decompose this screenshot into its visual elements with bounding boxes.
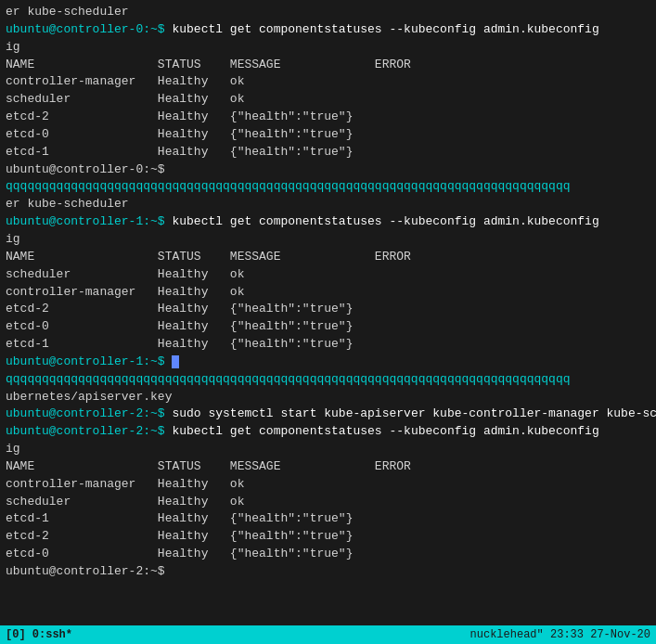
terminal-line: etcd-1 Healthy {"health":"true"} — [6, 510, 650, 528]
terminal-line: scheduler Healthy ok — [6, 266, 650, 284]
terminal-body: er kube-schedulerubuntu@controller-0:~$ … — [0, 0, 656, 625]
terminal-line: ubernetes/apiserver.key — [6, 389, 650, 406]
terminal-line: ubuntu@controller-1:~$ kubectl get compo… — [6, 213, 650, 231]
terminal-line: etcd-1 Healthy {"health":"true"} — [6, 144, 650, 161]
terminal-line: NAME STATUS MESSAGE ERROR — [6, 57, 650, 74]
terminal-line: etcd-0 Healthy {"health":"true"} — [6, 546, 650, 563]
terminal-line: qqqqqqqqqqqqqqqqqqqqqqqqqqqqqqqqqqqqqqqq… — [6, 371, 650, 389]
status-right: nucklehead" 23:33 27-Nov-20 — [470, 628, 650, 641]
terminal-line: etcd-0 Healthy {"health":"true"} — [6, 318, 650, 336]
terminal-line: ubuntu@controller-1:~$ — [6, 354, 650, 371]
terminal-line: NAME STATUS MESSAGE ERROR — [6, 458, 650, 476]
terminal-line: ig — [6, 231, 650, 249]
terminal-line: ubuntu@controller-2:~$ kubectl get compo… — [6, 423, 650, 441]
terminal-line: controller-manager Healthy ok — [6, 284, 650, 302]
terminal-line: etcd-2 Healthy {"health":"true"} — [6, 109, 650, 126]
terminal-line: scheduler Healthy ok — [6, 494, 650, 511]
terminal-line: NAME STATUS MESSAGE ERROR — [6, 249, 650, 266]
terminal-line: er kube-scheduler — [6, 196, 650, 213]
terminal-line: controller-manager Healthy ok — [6, 73, 650, 91]
terminal-line: qqqqqqqqqqqqqqqqqqqqqqqqqqqqqqqqqqqqqqqq… — [6, 178, 650, 196]
status-bar: [0] 0:ssh* nucklehead" 23:33 27-Nov-20 — [0, 625, 656, 644]
terminal-line: ig — [6, 441, 650, 458]
terminal-line: ubuntu@controller-2:~$ — [6, 563, 650, 581]
terminal-line: etcd-0 Healthy {"health":"true"} — [6, 126, 650, 144]
terminal-line: controller-manager Healthy ok — [6, 476, 650, 494]
terminal: er kube-schedulerubuntu@controller-0:~$ … — [0, 0, 656, 644]
terminal-line: ubuntu@controller-0:~$ kubectl get compo… — [6, 21, 650, 39]
terminal-line: er kube-scheduler — [6, 4, 650, 21]
terminal-line: ig — [6, 39, 650, 57]
cursor — [172, 355, 179, 368]
status-left: [0] 0:ssh* — [6, 628, 72, 641]
terminal-line: ubuntu@controller-2:~$ sudo systemctl st… — [6, 406, 650, 423]
terminal-line: scheduler Healthy ok — [6, 91, 650, 109]
terminal-line: ubuntu@controller-0:~$ — [6, 161, 650, 179]
terminal-line: etcd-2 Healthy {"health":"true"} — [6, 528, 650, 546]
terminal-line: etcd-2 Healthy {"health":"true"} — [6, 301, 650, 318]
terminal-line: etcd-1 Healthy {"health":"true"} — [6, 336, 650, 354]
